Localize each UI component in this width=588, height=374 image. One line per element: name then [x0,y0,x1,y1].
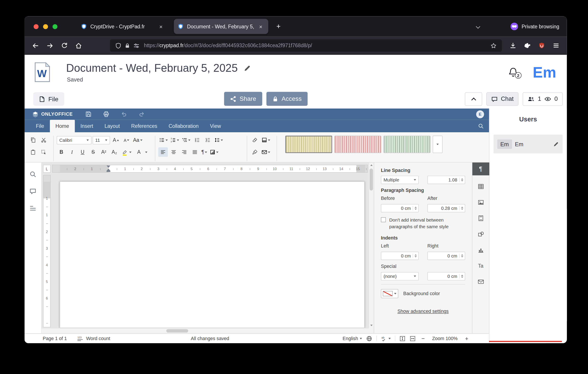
menu-tab-collaboration[interactable]: Collaboration [163,120,204,132]
highlight-shading-button[interactable] [261,135,271,145]
header-footer-settings-tab[interactable] [474,212,487,224]
advanced-settings-link[interactable]: Show advanced settings [381,309,465,314]
collaborator-avatar[interactable]: E [476,110,484,118]
menu-tab-home[interactable]: Home [50,120,75,132]
page-indicator[interactable]: Page 1 of 1 [43,336,67,341]
numbering-button[interactable]: 12 [170,135,180,145]
new-tab-button[interactable]: + [272,20,285,33]
print-button[interactable] [102,110,111,119]
spinner-up-icon[interactable] [461,275,463,276]
left-indent-marker[interactable] [106,169,110,171]
notifications-bell-icon[interactable]: 2 [508,67,518,78]
tab-close-icon[interactable]: × [157,23,165,30]
set-language-globe-icon[interactable] [366,335,372,342]
horizontal-scrollbar[interactable] [42,328,368,333]
align-right-button[interactable] [179,147,189,157]
line-spacing-amount-input[interactable]: 1.08 [427,176,465,184]
spinner-up-icon[interactable] [461,255,463,256]
shape-settings-tab[interactable] [474,228,487,239]
url-bar[interactable]: https://cryptpad.fr/doc/#/3/doc/edit/ff0… [110,39,502,52]
connection-lock-icon[interactable] [123,41,132,50]
image-settings-tab[interactable] [474,197,487,208]
horizontal-scroll-thumb[interactable] [166,329,188,332]
bold-button[interactable]: B [57,147,66,157]
user-list-item[interactable]: Em Em [494,135,563,153]
menu-tab-references[interactable]: References [126,120,163,132]
menu-tab-layout[interactable]: Layout [99,120,126,132]
spinner-up-icon[interactable] [415,207,417,208]
text-art-settings-tab[interactable]: Ta [474,260,487,271]
tab-stop-selector[interactable]: L [43,165,51,173]
spinner-up-icon[interactable] [461,207,463,208]
align-left-button[interactable] [158,147,168,157]
decrease-font-button[interactable]: A [122,135,131,145]
line-spacing-button[interactable] [214,135,224,145]
scroll-up-arrow[interactable] [369,162,374,168]
document-title[interactable]: Document - Wed, February 5, 2025 [66,62,238,74]
no-interval-checkbox[interactable] [381,217,386,222]
close-window-button[interactable] [34,24,39,29]
paragraph-settings-tab[interactable]: ¶ [472,162,489,175]
navigation-headings-icon[interactable] [30,205,36,212]
superscript-button[interactable]: A² [99,147,109,157]
back-button[interactable] [29,40,42,52]
save-button[interactable] [84,110,93,119]
edit-name-pencil-icon[interactable] [553,141,559,147]
minimize-window-button[interactable] [43,24,48,29]
paragraph-shading-button[interactable] [209,147,219,157]
spellcheck-button[interactable]: ab [381,335,391,342]
access-button[interactable]: Access [266,92,308,106]
share-button[interactable]: Share [224,92,262,106]
line-spacing-select[interactable]: Multiple [381,176,419,184]
reload-button[interactable] [58,40,71,52]
mail-merge-button[interactable] [261,147,271,157]
increase-indent-button[interactable] [203,135,212,145]
decrease-indent-button[interactable] [192,135,202,145]
spinner-down-icon[interactable] [461,277,463,278]
multilevel-list-button[interactable] [181,135,191,145]
highlight-color-button[interactable] [120,147,132,157]
permissions-sliders-icon[interactable] [132,41,141,50]
spinner-down-icon[interactable] [461,209,463,210]
style-gallery-expand-button[interactable] [433,135,442,153]
indent-left-input[interactable]: 0 cm [381,252,419,260]
list-all-tabs-button[interactable] [473,21,483,32]
zoom-level[interactable]: Zoom 100% [432,336,458,341]
h-ruler[interactable]: 12345678910111213141512 [52,165,368,173]
chart-settings-tab[interactable] [474,244,487,255]
nonprinting-characters-button[interactable]: ¶ [201,147,208,157]
special-amount-input[interactable]: 0 cm [427,272,465,281]
spinner-down-icon[interactable] [461,180,463,181]
zoom-out-button[interactable]: − [420,335,427,342]
search-icon[interactable] [478,120,484,132]
file-button[interactable]: File [33,92,64,106]
document-page[interactable] [60,181,365,328]
comments-icon[interactable] [30,188,36,195]
first-line-indent-marker[interactable] [106,166,110,168]
tracking-protection-shield-icon[interactable] [114,41,123,50]
menu-tab-insert[interactable]: Insert [75,120,99,132]
paste-button[interactable] [28,147,38,157]
spinner-down-icon[interactable] [415,209,417,210]
fit-page-button[interactable] [399,335,405,342]
table-settings-tab[interactable] [474,181,487,192]
menu-tab-file[interactable]: File [30,120,50,132]
copy-button[interactable] [28,135,38,145]
tab-close-icon[interactable]: × [257,23,264,30]
language-selector[interactable]: English [343,336,362,341]
copy-style-button[interactable] [250,147,260,157]
extensions-puzzle-icon[interactable] [521,40,534,52]
redo-button[interactable] [137,110,147,119]
maximize-window-button[interactable] [52,24,57,29]
tab-document-active[interactable]: Document - Wed, February 5, 2 × [174,19,268,34]
downloads-button[interactable] [506,40,519,52]
zoom-in-button[interactable]: + [463,335,470,342]
font-size-select[interactable]: 11 [93,136,110,144]
select-all-button[interactable] [39,147,49,157]
underline-button[interactable]: U [78,147,87,157]
clear-style-button[interactable] [250,135,260,145]
subscript-button[interactable]: A₂ [110,147,119,157]
fit-width-button[interactable] [410,335,415,342]
forward-button[interactable] [43,40,56,52]
spinner-down-icon[interactable] [415,256,417,258]
